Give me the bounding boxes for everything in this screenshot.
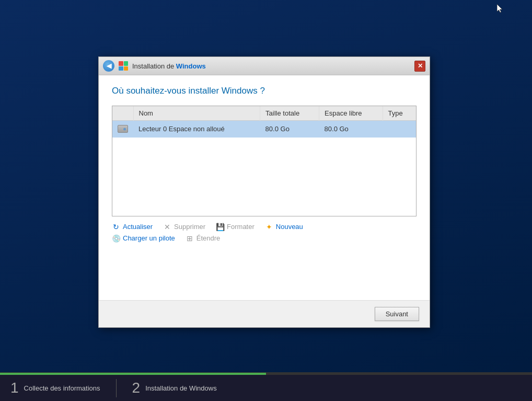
actualiser-button[interactable]: ↻ Actualiser <box>112 223 153 231</box>
col-type: Type <box>383 106 416 121</box>
action-row-2: 💿 Charger un pilote ⊞ Étendre <box>112 234 417 243</box>
empty-row-3 <box>112 169 416 185</box>
etendre-button[interactable]: ⊞ Étendre <box>186 234 221 243</box>
empty-row-4 <box>112 185 416 200</box>
empty-row-5 <box>112 200 416 216</box>
col-name: Nom <box>133 106 260 121</box>
table-row[interactable]: Lecteur 0 Espace non alloué 80.0 Go 80.0… <box>112 121 416 138</box>
close-button[interactable]: ✕ <box>414 61 425 72</box>
mouse-cursor <box>497 4 503 14</box>
partition-table: Nom Taille totale Espace libre Type Lect… <box>112 106 416 216</box>
new-icon: ✦ <box>265 223 273 231</box>
status-bar: 1 Collecte des informations 2 Installati… <box>0 372 532 401</box>
drive-icon-cell <box>112 121 133 138</box>
partition-table-container: Nom Taille totale Espace libre Type Lect… <box>112 106 417 216</box>
title-blue-text: Windows <box>176 62 206 70</box>
step-2-label: Installation de Windows <box>145 384 217 392</box>
driver-icon: 💿 <box>112 234 120 243</box>
formater-button[interactable]: 💾 Formater <box>216 223 255 231</box>
charger-pilote-label: Charger un pilote <box>123 234 175 242</box>
dialog-content-area: Où souhaitez-vous installer Windows ? No… <box>99 75 430 300</box>
dialog-footer: Suivant <box>99 300 430 327</box>
partition-free: 80.0 Go <box>319 121 383 138</box>
next-button[interactable]: Suivant <box>375 307 419 321</box>
title-normal-text: Installation de <box>132 62 176 70</box>
progress-bar-container <box>0 373 532 375</box>
supprimer-label: Supprimer <box>174 223 205 231</box>
delete-icon: ✕ <box>163 223 171 231</box>
empty-row-2 <box>112 153 416 169</box>
windows-logo-icon <box>119 61 128 71</box>
dialog-title: Installation de Windows <box>132 62 410 70</box>
back-button[interactable]: ◀ <box>103 60 114 72</box>
status-step-2: 2 Installation de Windows <box>132 381 217 395</box>
progress-bar-fill <box>0 373 266 375</box>
supprimer-button[interactable]: ✕ Supprimer <box>163 223 205 231</box>
partition-name: Lecteur 0 Espace non alloué <box>133 121 260 138</box>
extend-icon: ⊞ <box>186 234 194 243</box>
action-row-1: ↻ Actualiser ✕ Supprimer 💾 Formater ✦ No… <box>112 223 417 231</box>
step-1-number: 1 <box>10 381 19 395</box>
dialog-titlebar: ◀ Installation de Windows ✕ <box>99 57 430 75</box>
hdd-icon <box>118 125 128 133</box>
installation-dialog: ◀ Installation de Windows ✕ Où souhaitez… <box>98 56 430 328</box>
etendre-label: Étendre <box>196 234 221 242</box>
partition-total: 80.0 Go <box>260 121 319 138</box>
empty-row-1 <box>112 138 416 153</box>
actualiser-label: Actualiser <box>123 223 153 231</box>
formater-label: Formater <box>227 223 255 231</box>
step-2-number: 2 <box>132 381 141 395</box>
charger-pilote-button[interactable]: 💿 Charger un pilote <box>112 234 175 243</box>
col-free: Espace libre <box>319 106 383 121</box>
status-steps: 1 Collecte des informations 2 Installati… <box>0 379 532 397</box>
step-separator <box>116 379 117 397</box>
install-question: Où souhaitez-vous installer Windows ? <box>112 86 417 96</box>
col-icon <box>112 106 133 121</box>
table-header-row: Nom Taille totale Espace libre Type <box>112 106 416 121</box>
status-step-1: 1 Collecte des informations <box>10 381 100 395</box>
partition-type <box>383 121 416 138</box>
nouveau-button[interactable]: ✦ Nouveau <box>265 223 303 231</box>
refresh-icon: ↻ <box>112 223 120 231</box>
format-icon: 💾 <box>216 223 224 231</box>
nouveau-label: Nouveau <box>276 223 303 231</box>
col-total: Taille totale <box>260 106 319 121</box>
step-1-label: Collecte des informations <box>24 384 100 392</box>
